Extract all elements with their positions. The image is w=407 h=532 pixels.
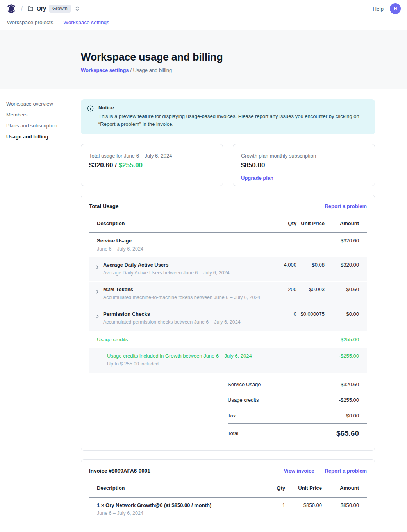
row-subtitle: Accumulated permission checks between Ju… xyxy=(103,319,241,326)
workspace-tab[interactable]: Workspace projects xyxy=(6,17,54,30)
row-subtitle: June 6 – July 6, 2024 xyxy=(97,246,325,253)
plan-badge: Growth xyxy=(49,5,71,13)
summary-row: 1 × Ory Network Growth@0 (at $850.00 / m… xyxy=(228,526,367,532)
usage-separator: / xyxy=(113,161,118,169)
row-amount: $850.00 xyxy=(322,502,367,508)
row-subtitle: June 6 – July 6, 2024 xyxy=(97,511,266,517)
invoice-table-header: Description Qty Unit Price Amount xyxy=(89,480,367,498)
row-qty: 4,000 xyxy=(269,262,296,268)
col-amount: Amount xyxy=(322,485,367,491)
plan-label: Growth plan monthly subscription xyxy=(241,153,367,159)
col-description: Description xyxy=(89,220,269,226)
row-qty: 200 xyxy=(269,287,296,292)
col-qty: Qty xyxy=(269,220,296,226)
chevron-right-icon[interactable] xyxy=(95,265,100,276)
row-qty: 1 xyxy=(266,502,285,508)
col-unit-price: Unit Price xyxy=(296,220,325,226)
summary-value: $320.60 xyxy=(341,382,367,387)
row-amount: -$255.00 xyxy=(325,337,367,342)
row-unit-price: $0.08 xyxy=(296,262,325,268)
row-amount: $0.00 xyxy=(325,311,367,317)
usage-credit-amount: $255.00 xyxy=(119,161,143,169)
help-link[interactable]: Help xyxy=(373,6,384,12)
settings-sidebar: Workspace overview Members Plans and sub… xyxy=(6,89,81,532)
total-usage-invoice-card: Total Usage Report a problem Description… xyxy=(81,195,375,451)
summary-cards: Total usage for June 6 – July 6, 2024 $3… xyxy=(81,144,375,186)
breadcrumb-separator: / xyxy=(130,67,132,73)
summary-value: $65.60 xyxy=(336,429,367,438)
plan-subscription-card: Growth plan monthly subscription $850.00… xyxy=(233,144,375,186)
table-row: Usage credits -$255.00 xyxy=(89,331,367,348)
notice-title: Notice xyxy=(98,105,367,111)
workspace-tab[interactable]: Workspace settings xyxy=(62,17,110,30)
view-invoice-link[interactable]: View invoice xyxy=(284,468,314,474)
sidebar-item[interactable]: Plans and subscription xyxy=(6,123,81,129)
table-row: Service Usage June 6 – July 6, 2024 $320… xyxy=(89,233,367,257)
unfold-icon xyxy=(75,6,80,11)
invoice-summary: 1 × Ory Network Growth@0 (at $850.00 / m… xyxy=(228,526,367,532)
row-title: Average Daily Active Users xyxy=(103,262,230,268)
summary-row: Service Usage $320.60 xyxy=(228,377,367,392)
page-header: Workspace usage and billing Workspace se… xyxy=(0,30,407,89)
breadcrumb-current: Usage and billing xyxy=(133,67,172,73)
summary-label: Usage credits xyxy=(228,397,259,403)
col-amount: Amount xyxy=(325,220,367,226)
usage-table: Description Qty Unit Price Amount Servic… xyxy=(89,215,367,373)
page-title: Workspace usage and billing xyxy=(81,51,375,63)
col-qty: Qty xyxy=(266,485,285,491)
workspace-tabs: Workspace projects Workspace settings xyxy=(0,17,407,30)
table-row: Permission Checks Accumulated permission… xyxy=(89,306,367,331)
row-unit-price: $0.000075 xyxy=(296,311,325,317)
breadcrumb: Workspace settings / Usage and billing xyxy=(81,67,375,73)
folder-icon xyxy=(27,5,34,12)
chevron-right-icon[interactable] xyxy=(95,314,100,326)
row-amount: $320.60 xyxy=(325,238,367,244)
notice-body: This is a preview feature for displaying… xyxy=(98,113,367,128)
row-title: Usage credits xyxy=(97,337,325,343)
plan-amount: $850.00 xyxy=(241,161,367,169)
col-description: Description xyxy=(89,485,266,491)
main-area: Workspace overview Members Plans and sub… xyxy=(0,89,407,532)
chevron-right-icon[interactable] xyxy=(95,290,100,301)
sidebar-item[interactable]: Workspace overview xyxy=(6,101,81,107)
report-problem-link[interactable]: Report a problem xyxy=(325,203,367,209)
row-amount: $0.60 xyxy=(325,287,367,292)
workspace-name: Ory xyxy=(37,5,46,12)
report-problem-link[interactable]: Report a problem xyxy=(325,468,367,474)
usage-amount: $320.60 xyxy=(89,161,113,169)
workspace-switcher[interactable]: Ory Growth xyxy=(27,5,80,13)
table-row: M2M Tokens Accumulated machine-to-machin… xyxy=(89,282,367,306)
row-subtitle: Accumulated machine-to-machine tokens be… xyxy=(103,295,260,301)
total-usage-card: Total usage for June 6 – July 6, 2024 $3… xyxy=(81,144,223,186)
row-qty: 0 xyxy=(269,311,296,317)
sidebar-item[interactable]: Members xyxy=(6,112,81,118)
usage-table-body: Service Usage June 6 – July 6, 2024 $320… xyxy=(89,233,367,373)
summary-value: $0.00 xyxy=(346,413,367,419)
row-title: Usage credits included in Growth between… xyxy=(107,353,325,359)
upgrade-plan-link[interactable]: Upgrade plan xyxy=(241,175,273,181)
info-icon xyxy=(87,105,94,128)
usage-summary: Service Usage $320.60 Usage credits -$25… xyxy=(228,377,367,440)
total-usage-label: Total usage for June 6 – July 6, 2024 xyxy=(89,153,215,159)
sidebar-item[interactable]: Usage and billing xyxy=(6,134,81,140)
summary-label: Tax xyxy=(228,413,236,419)
invoice-table-body: 1 × Ory Network Growth@0 (at $850.00 / m… xyxy=(89,498,367,522)
invoice-title: Invoice #8099AFA6-0001 xyxy=(89,468,150,474)
breadcrumb-link-settings[interactable]: Workspace settings xyxy=(81,67,129,73)
ory-logo-icon[interactable] xyxy=(6,4,16,14)
row-title: 1 × Ory Network Growth@0 (at $850.00 / m… xyxy=(97,502,266,509)
summary-value: -$255.00 xyxy=(339,397,367,403)
subscription-invoice-card: Invoice #8099AFA6-0001 View invoice Repo… xyxy=(81,459,375,532)
summary-label: Total xyxy=(228,430,238,436)
row-subtitle: Up to $ 255.00 included xyxy=(107,361,325,367)
col-unit-price: Unit Price xyxy=(285,485,322,491)
row-unit-price: $850.00 xyxy=(285,502,322,508)
row-title: Permission Checks xyxy=(103,311,241,317)
invoice-table: Description Qty Unit Price Amount 1 × Or… xyxy=(89,480,367,522)
summary-label: Service Usage xyxy=(228,382,261,387)
summary-row: Total $65.60 xyxy=(228,423,367,440)
preview-notice: Notice This is a preview feature for dis… xyxy=(81,99,375,134)
content-column: Notice This is a preview feature for dis… xyxy=(81,89,375,532)
summary-row: Tax $0.00 xyxy=(228,408,367,423)
user-avatar[interactable]: H xyxy=(390,3,401,14)
